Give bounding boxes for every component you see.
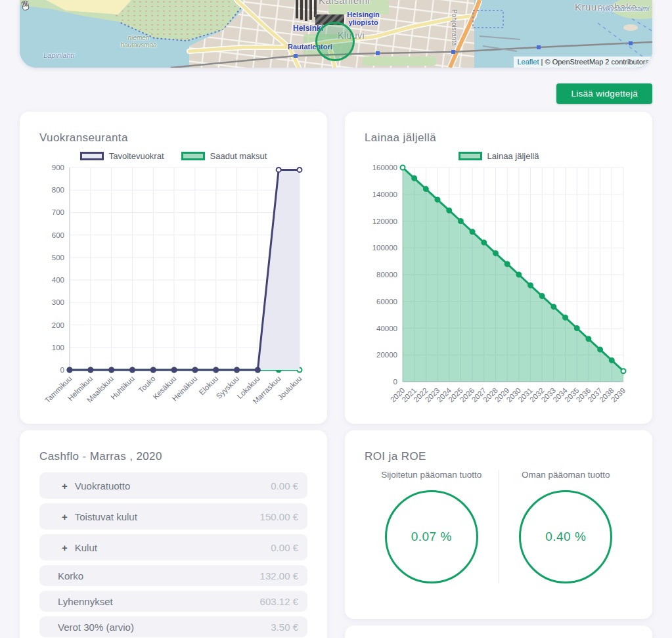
svg-text:200: 200 [52, 321, 64, 329]
svg-text:800: 800 [52, 186, 64, 194]
cashflow-row-value: 3.50 € [271, 622, 298, 633]
widget-roi-roe: ROI ja ROE Sijoitetun pääoman tuotto 0.0… [345, 430, 652, 619]
roi-value: 0.07 % [411, 530, 452, 544]
svg-text:0: 0 [60, 366, 64, 374]
widgets-grid: Vuokranseuranta TavoitevuokratSaadut mak… [20, 112, 652, 638]
roi-title: ROI ja ROE [365, 450, 633, 463]
roi-label: Sijoitetun pääoman tuotto [381, 470, 482, 480]
roi-body: Sijoitetun pääoman tuotto 0.07 % Oman pä… [365, 470, 633, 583]
legend-item[interactable]: Lainaa jäljellä [459, 151, 539, 161]
legend-swatch [181, 152, 205, 160]
cashflow-row[interactable]: +Vuokratuotto0.00 € [39, 472, 307, 499]
svg-text:160000: 160000 [372, 164, 397, 171]
next-widget-stub [345, 626, 652, 638]
add-widgets-button[interactable]: Lisää widgettejä [556, 83, 652, 104]
roe-circle: 0.40 % [519, 490, 612, 583]
svg-text:600: 600 [52, 231, 64, 239]
cashflow-row-label: Verot 30% (arvio) [58, 622, 271, 633]
cashflow-row: Korko132.00 € [39, 565, 307, 586]
expand-plus-icon[interactable]: + [62, 511, 68, 522]
svg-text:40000: 40000 [376, 325, 397, 332]
leaflet-link[interactable]: Leaflet [517, 58, 539, 66]
legend-label: Lainaa jäljellä [487, 151, 539, 161]
svg-text:500: 500 [52, 254, 64, 262]
rent-chart-canvas: 0100200300400500600700800900TammikuuHelm… [39, 162, 307, 425]
rent-chart-title: Vuokranseuranta [39, 131, 307, 145]
cashflow-title: Cashflo - Marras , 2020 [39, 450, 307, 463]
svg-text:120000: 120000 [372, 217, 397, 225]
cashflow-row-value: 150.00 € [260, 511, 298, 522]
legend-label: Tavoitevuokrat [109, 151, 164, 161]
svg-text:80000: 80000 [376, 271, 397, 279]
cashflow-row-label: Vuokratuotto [75, 480, 271, 491]
dashboard: Kaisaniemi Kruununhaka Helsingin yliopis… [0, 0, 672, 638]
cashflow-row-label: Kulut [75, 542, 271, 553]
legend-label: Saadut maksut [210, 151, 267, 161]
svg-text:400: 400 [52, 276, 64, 284]
map-radius-marker[interactable] [315, 22, 355, 61]
cashflow-rows: +Vuokratuotto0.00 €+Toistuvat kulut150.0… [39, 472, 307, 637]
cashflow-row-value: 603.12 € [260, 596, 298, 607]
loan-chart-legend: Lainaa jäljellä [365, 151, 633, 161]
svg-text:60000: 60000 [376, 298, 397, 306]
roi-circle: 0.07 % [385, 490, 478, 583]
roe-value: 0.40 % [545, 530, 586, 544]
map-attribution: Leaflet | © OpenStreetMap 2 contributors [514, 57, 652, 68]
cashflow-row-label: Lyhennykset [58, 596, 260, 607]
cashflow-row-value: 0.00 € [271, 542, 298, 553]
legend-item[interactable]: Tavoitevuokrat [80, 151, 164, 161]
attribution-osm: © OpenStreetMap 2 contributors [545, 58, 649, 66]
svg-text:300: 300 [52, 298, 64, 306]
legend-swatch [80, 152, 104, 160]
roi-column: Sijoitetun pääoman tuotto 0.07 % [365, 470, 499, 583]
svg-text:100: 100 [52, 344, 64, 352]
toolbar: Lisää widgettejä [20, 83, 652, 103]
loan-chart-canvas: 0200004000060000800001000001200001400001… [365, 162, 633, 425]
cashflow-row-label: Toistuvat kulut [75, 511, 260, 522]
loan-chart-title: Lainaa jäljellä [365, 131, 633, 145]
roe-column: Oman pääoman tuotto 0.40 % [499, 470, 633, 583]
cashflow-row: Verot 30% (arvio)3.50 € [39, 616, 307, 637]
roe-label: Oman pääoman tuotto [522, 470, 610, 480]
right-bottom-column: ROI ja ROE Sijoitetun pääoman tuotto 0.0… [345, 430, 652, 638]
svg-text:Touko: Touko [137, 375, 157, 394]
svg-text:0: 0 [393, 378, 397, 386]
svg-text:900: 900 [52, 164, 64, 171]
cashflow-row[interactable]: +Kulut0.00 € [39, 534, 307, 560]
cashflow-row-value: 132.00 € [260, 570, 298, 581]
widget-cashflow: Cashflo - Marras , 2020 +Vuokratuotto0.0… [20, 430, 327, 638]
expand-plus-icon[interactable]: + [62, 480, 68, 491]
cashflow-row[interactable]: +Toistuvat kulut150.00 € [39, 503, 307, 530]
legend-swatch [459, 152, 482, 160]
svg-text:20000: 20000 [376, 351, 397, 359]
svg-text:100000: 100000 [372, 244, 397, 252]
rent-chart-legend: TavoitevuokratSaadut maksut [39, 151, 307, 161]
hand-cursor-icon [20, 0, 32, 12]
svg-text:700: 700 [52, 208, 64, 216]
widget-rent-tracking: Vuokranseuranta TavoitevuokratSaadut mak… [20, 112, 327, 424]
cashflow-row-value: 0.00 € [271, 480, 298, 491]
cashflow-row-label: Korko [58, 570, 260, 581]
cashflow-row: Lyhennykset603.12 € [39, 591, 307, 612]
legend-item[interactable]: Saadut maksut [181, 151, 267, 161]
map[interactable]: Kaisaniemi Kruununhaka Helsingin yliopis… [20, 0, 652, 68]
svg-text:140000: 140000 [372, 191, 397, 198]
expand-plus-icon[interactable]: + [62, 542, 68, 553]
widget-loan-remaining: Lainaa jäljellä Lainaa jäljellä 02000040… [345, 112, 652, 424]
